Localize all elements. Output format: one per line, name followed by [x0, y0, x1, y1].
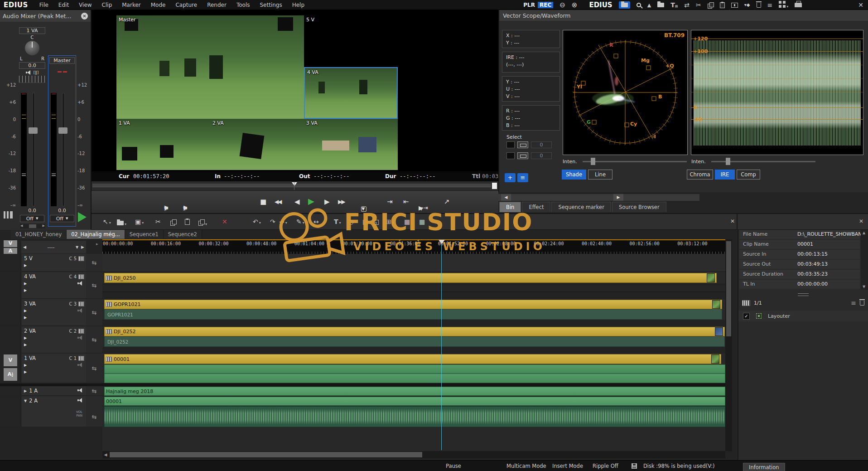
- bin-tab[interactable]: Bin: [499, 202, 521, 212]
- multicam-icon[interactable]: ⊞▾: [386, 218, 394, 225]
- pan-value[interactable]: 0.0: [19, 62, 45, 69]
- sync-lock-icon[interactable]: ⇆: [86, 254, 102, 271]
- inten-slider-1[interactable]: [583, 161, 687, 162]
- speaker-muted-icon[interactable]: [77, 363, 82, 367]
- menu-item[interactable]: Marker: [117, 2, 145, 8]
- slider-thumb[interactable]: [726, 158, 730, 165]
- clip-00001-audio-ch2[interactable]: [104, 374, 725, 383]
- inten-slider-2[interactable]: [711, 161, 815, 162]
- menu-item[interactable]: Edit: [53, 2, 74, 8]
- add-clip-icon[interactable]: ▾◆: [744, 3, 750, 7]
- track-header-1a[interactable]: ▶1 A ⇆: [0, 386, 102, 396]
- redo-icon[interactable]: ↷: [270, 218, 275, 225]
- sync-lock-icon[interactable]: ⇆: [86, 299, 102, 325]
- rec-button[interactable]: REC: [538, 2, 553, 8]
- pan-knob[interactable]: [25, 41, 39, 55]
- bin-close-icon[interactable]: ✕: [859, 218, 863, 224]
- toolbox-icon[interactable]: [795, 3, 802, 7]
- fader-thumb[interactable]: [58, 127, 68, 134]
- channel-name[interactable]: 1 VA: [19, 27, 45, 34]
- mixer-play-button[interactable]: [78, 212, 87, 222]
- shade-button[interactable]: Shade: [562, 170, 586, 180]
- vol-label[interactable]: VOL: [24, 410, 82, 414]
- menu-item[interactable]: Render: [202, 2, 231, 8]
- speaker-icon[interactable]: [77, 281, 82, 286]
- track-header-2va[interactable]: 2 VAC 2 ▶ ▶ ⇆: [0, 326, 102, 354]
- paste-icon[interactable]: [185, 219, 190, 226]
- sequence-tab[interactable]: 01_HONEY_honey: [11, 230, 67, 239]
- menu-item[interactable]: Clip: [97, 2, 117, 8]
- menu-item[interactable]: Help: [287, 2, 309, 8]
- sequence-tab[interactable]: Sequence1: [125, 230, 164, 239]
- open-folder-icon[interactable]: [657, 3, 664, 7]
- menu-item[interactable]: View: [74, 2, 96, 8]
- bin-tab[interactable]: Effect: [522, 202, 550, 212]
- preview-cam1[interactable]: 1 VA: [116, 119, 210, 170]
- track-header-3va[interactable]: 3 VAC 3 ▶ ▶ ⇆: [0, 299, 102, 326]
- channel-fader-strip[interactable]: [19, 76, 45, 83]
- sync-lock-icon[interactable]: ⇆: [86, 272, 102, 298]
- menu-item[interactable]: Mode: [146, 2, 171, 8]
- title-tool-icon[interactable]: T▾: [334, 218, 341, 225]
- panel-divider-handle[interactable]: [738, 291, 868, 296]
- channel-fader[interactable]: [28, 93, 38, 206]
- information-tab[interactable]: Information: [743, 463, 785, 471]
- fader-thumb[interactable]: [29, 127, 38, 134]
- list-view-icon[interactable]: ≡: [767, 2, 773, 8]
- info-scrollbar[interactable]: ▲▼: [861, 230, 868, 290]
- search-icon[interactable]: [637, 3, 641, 7]
- clip-00001-audio-ch1[interactable]: [104, 364, 725, 374]
- track-header-1va[interactable]: V A12 1 VAC 1 ▶ ▶ ⇆: [0, 354, 102, 384]
- clip-gopr1021-audio[interactable]: GOPR1021: [104, 309, 722, 320]
- delete-effect-icon[interactable]: [860, 301, 864, 306]
- trim-icon[interactable]: ↔: [313, 218, 319, 225]
- timeline-canvas[interactable]: DJI_0250 GOPR1021 GOPR1021 DJI_0252 DJI_…: [102, 254, 725, 451]
- bin-tab[interactable]: Sequence marker: [551, 202, 611, 212]
- mixer-hscroll[interactable]: ◀ ▶: [20, 224, 45, 228]
- sync-lock-icon[interactable]: ⇆: [86, 326, 102, 353]
- panel-close-icon[interactable]: ✕: [730, 218, 735, 224]
- sync-lock-icon[interactable]: ⇆: [86, 354, 102, 383]
- list-view-icon[interactable]: ≡: [851, 299, 856, 306]
- expand-view-button[interactable]: +: [505, 173, 516, 182]
- trash-icon[interactable]: [757, 3, 761, 8]
- patch-video-box[interactable]: V: [4, 240, 17, 247]
- sequence-tab[interactable]: Sequence2: [164, 230, 202, 239]
- channel-gain[interactable]: 0.0: [19, 208, 45, 214]
- sync-lock-icon[interactable]: ⇆: [86, 386, 102, 395]
- master-mode-dropdown[interactable]: Off▼: [50, 215, 74, 222]
- clip-hajnalig[interactable]: Hajnalig meg 2018: [104, 387, 725, 396]
- direct-out-icon[interactable]: [‖]: [34, 70, 39, 75]
- scroll-thumb[interactable]: [110, 452, 422, 457]
- master-gain[interactable]: 0.0: [49, 208, 75, 214]
- comp-button[interactable]: Comp: [737, 170, 760, 180]
- plr-label[interactable]: PLR: [523, 2, 535, 8]
- jump-icon[interactable]: →▾: [279, 218, 287, 225]
- speed-icon[interactable]: ◷: [348, 218, 353, 225]
- meter-mode-icon[interactable]: [4, 211, 13, 219]
- set-in-button[interactable]: ⇥: [387, 198, 393, 206]
- effect-checkbox[interactable]: ✓: [743, 313, 750, 320]
- speaker-icon[interactable]: [77, 388, 82, 393]
- film-icon[interactable]: ▤: [362, 218, 368, 225]
- clip-dji0250[interactable]: DJI_0250: [104, 273, 717, 283]
- grid-mode-icon[interactable]: ▦: [404, 218, 410, 225]
- play-button[interactable]: ▶: [308, 196, 314, 206]
- track-header-5v[interactable]: 5 VC 5 ▶ ⇆: [0, 254, 102, 272]
- open-project-button[interactable]: [619, 1, 630, 9]
- select-value[interactable]: 0: [531, 152, 552, 159]
- scroll-thumb[interactable]: [726, 241, 731, 336]
- cut-icon[interactable]: ✂: [696, 2, 701, 8]
- patch-video-active[interactable]: V: [4, 354, 17, 366]
- save-icon[interactable]: ▣▾: [135, 218, 144, 225]
- cut-icon[interactable]: ✂: [155, 218, 161, 225]
- ire-button[interactable]: IRE: [715, 170, 735, 180]
- layouter-icon[interactable]: ◱: [373, 218, 379, 225]
- clip-dji0252-audio[interactable]: DJI_0252: [104, 336, 725, 347]
- mixer-close-icon[interactable]: ✕: [81, 13, 88, 19]
- clip-00001-video[interactable]: 00001: [104, 354, 721, 364]
- pointer-tool-icon[interactable]: ↖▾: [103, 218, 111, 225]
- tab-scroll-right-icon[interactable]: ▶: [613, 194, 623, 201]
- menu-item[interactable]: File: [34, 2, 53, 8]
- track-header-4va[interactable]: 4 VAC 4 ▶ ▶ ⇆: [0, 272, 102, 299]
